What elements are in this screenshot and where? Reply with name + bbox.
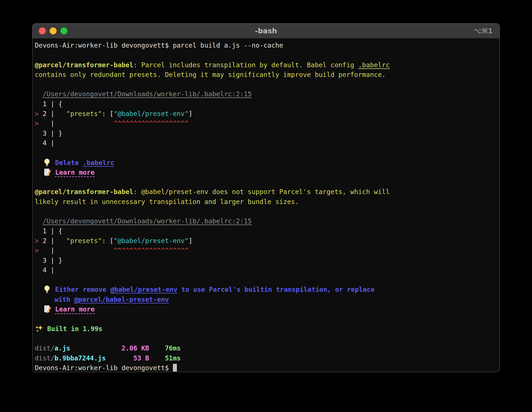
window-title: -bash [32, 24, 500, 38]
terminal-line [35, 177, 498, 187]
babelrc-link[interactable]: .babelrc [358, 61, 390, 69]
parcel-babel-preset-env-link[interactable]: @parcel/babel-preset-env [74, 296, 169, 303]
output-file-size: 2.06 KB [122, 344, 149, 352]
text-segment: 3 | } [35, 130, 62, 137]
terminal-line: dist/a.js 2.06 KB 76ms [35, 343, 498, 353]
terminal-line: 1 | { [35, 99, 498, 109]
text-segment: > [35, 120, 39, 127]
terminal-line: Either remove @babel/preset-env to use P… [35, 285, 498, 294]
plugin-name: @parcel/transformer-babel [35, 61, 133, 69]
build-success-message: Built in 1.99s [47, 325, 103, 333]
text-segment: with [54, 296, 74, 303]
error-caret-underline: ^^^^^^^^^^^^^^^^^^^ [114, 120, 189, 127]
file-path-link[interactable]: /Users/devongovett/Downloads/worker-lib/… [43, 217, 252, 225]
terminal-line: > | ^^^^^^^^^^^^^^^^^^^ [35, 246, 498, 255]
terminal-line [35, 334, 498, 343]
bulb-icon [43, 285, 51, 294]
text-segment [149, 344, 165, 352]
text-segment: dist/ [35, 344, 54, 352]
text-segment: "@babel/preset-env" [114, 110, 189, 117]
terminal-line: 1 | { [35, 226, 498, 236]
terminal-cursor [173, 364, 177, 372]
learn-more-link[interactable]: Learn more [55, 305, 95, 313]
terminal-line [35, 79, 498, 89]
text-segment [51, 169, 55, 176]
terminal-line [35, 50, 498, 60]
terminal-body[interactable]: Devons-Air:worker-lib devongovett$ parce… [32, 38, 500, 372]
shell-prompt-command: Devons-Air:worker-lib devongovett$ parce… [35, 42, 283, 49]
shell-prompt: Devons-Air:worker-lib devongovett$ [35, 364, 173, 372]
title-bar[interactable]: -bash ⌥⌘1 [32, 24, 500, 38]
terminal-line: 4 | [35, 138, 498, 148]
text-segment: dist/ [35, 354, 54, 362]
text-segment [106, 354, 133, 362]
text-segment: to use Parcel's builtin transpilation, o… [177, 286, 375, 293]
text-segment [35, 286, 43, 293]
text-segment: likely result in unnecessary transpilati… [35, 198, 299, 205]
terminal-line [35, 207, 498, 216]
sparkles-icon [35, 324, 43, 334]
terminal-line: @parcel/transformer-babel: Parcel includ… [35, 60, 498, 70]
output-build-time: 51ms [165, 354, 181, 362]
delete-babelrc-link[interactable]: .babelrc [83, 159, 114, 166]
terminal-line [35, 314, 498, 324]
terminal-line: Built in 1.99s [35, 324, 498, 334]
text-segment [35, 305, 43, 313]
window-shortcut-badge: ⌥⌘1 [474, 24, 493, 38]
text-segment [51, 286, 55, 293]
text-segment [35, 169, 43, 176]
output-build-time: 76ms [165, 344, 181, 352]
terminal-line: with @parcel/babel-preset-env [35, 295, 498, 304]
terminal-line: /Users/devongovett/Downloads/worker-lib/… [35, 89, 498, 99]
terminal-line: likely result in unnecessary transpilati… [35, 197, 498, 207]
terminal-line: > 2 | "presets": ["@babel/preset-env"] [35, 236, 498, 246]
text-segment: "presets" [66, 110, 102, 117]
text-segment: 2 | [39, 237, 66, 244]
bulb-icon [43, 158, 51, 168]
memo-icon [43, 168, 51, 177]
output-file-name: a.js [54, 344, 70, 352]
text-segment: ] [189, 237, 193, 244]
text-segment: : @babel/preset-env does not support Par… [133, 188, 390, 195]
file-path-link[interactable]: /Users/devongovett/Downloads/worker-lib/… [43, 90, 252, 98]
text-segment: 4 | [35, 266, 54, 274]
terminal-line: @parcel/transformer-babel: @babel/preset… [35, 187, 498, 197]
terminal-window: -bash ⌥⌘1 Devons-Air:worker-lib devongov… [32, 23, 500, 372]
terminal-line: Learn more [35, 168, 498, 177]
text-segment [35, 159, 43, 166]
text-segment: ] [189, 110, 193, 117]
terminal-line: Delete .babelrc [35, 158, 498, 168]
text-segment [43, 325, 47, 333]
terminal-line: /Users/devongovett/Downloads/worker-lib/… [35, 216, 498, 226]
text-segment: > [35, 237, 39, 244]
terminal-line: > | ^^^^^^^^^^^^^^^^^^^ [35, 119, 498, 128]
memo-icon [43, 304, 51, 314]
text-segment [70, 344, 122, 352]
terminal-line [35, 275, 498, 285]
text-segment: : [ [102, 237, 114, 244]
text-segment [51, 159, 55, 166]
text-segment [35, 217, 43, 225]
text-segment [51, 305, 55, 313]
text-segment: 4 | [35, 139, 54, 147]
output-file-size: 53 B [133, 354, 149, 362]
terminal-line [35, 148, 498, 158]
terminal-line: Learn more [35, 304, 498, 314]
terminal-line: 3 | } [35, 129, 498, 138]
terminal-line: Devons-Air:worker-lib devongovett$ [35, 363, 498, 372]
text-segment: "presets" [66, 237, 102, 244]
plugin-name: @parcel/transformer-babel [35, 188, 133, 195]
text-segment: "@babel/preset-env" [114, 237, 189, 244]
learn-more-link[interactable]: Learn more [55, 169, 95, 176]
terminal-line: > 2 | "presets": ["@babel/preset-env"] [35, 109, 498, 119]
text-segment: > [35, 247, 39, 254]
text-segment [35, 296, 54, 303]
text-segment: Delete [55, 159, 83, 166]
babel-preset-env-link[interactable]: @babel/preset-env [110, 286, 177, 293]
text-segment: Either remove [55, 286, 111, 293]
terminal-line: 4 | [35, 265, 498, 275]
text-segment: 3 | } [35, 257, 62, 264]
text-segment: 2 | [39, 110, 66, 117]
text-segment: | [39, 120, 114, 127]
terminal-line: 3 | } [35, 256, 498, 265]
